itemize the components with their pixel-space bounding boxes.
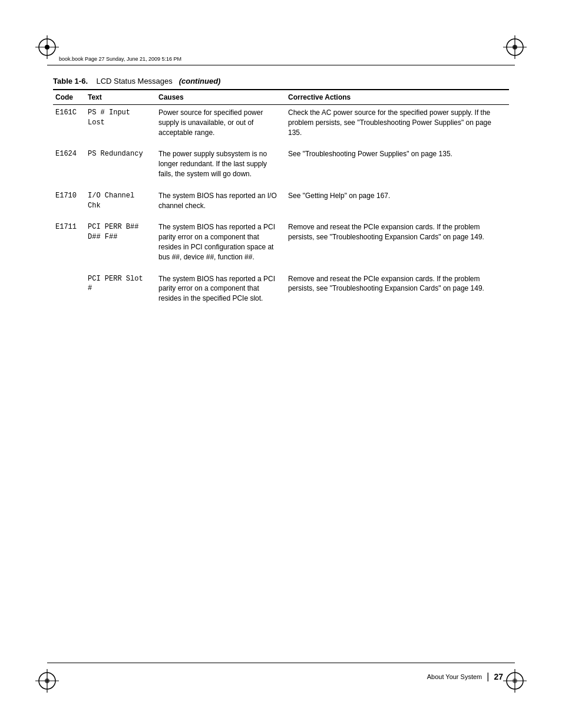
corner-mark-bl xyxy=(35,669,59,693)
footer-page-number: 27 xyxy=(494,672,503,681)
row-code: E161C xyxy=(53,105,85,141)
row-code: E1710 xyxy=(53,188,85,214)
corner-mark-tr xyxy=(503,35,527,59)
table-row: E161C PS # InputLost Power source for sp… xyxy=(53,105,509,141)
row-causes: The system BIOS has reported a PCI parit… xyxy=(156,271,286,307)
footer-rule xyxy=(47,663,515,663)
table-name: LCD Status Messages xyxy=(96,77,172,85)
footer-section-label: About Your System xyxy=(427,673,482,680)
corner-mark-tl xyxy=(35,35,59,59)
footer-separator: | xyxy=(487,671,489,682)
row-causes: The power supply subsystem is no longer … xyxy=(156,146,286,182)
row-text: PS Redundancy xyxy=(85,146,156,182)
lcd-status-table: Code Text Causes Corrective Actions E161… xyxy=(53,89,509,307)
row-causes: The system BIOS has reported an I/O chan… xyxy=(156,188,286,214)
col-header-code: Code xyxy=(53,90,85,105)
page: book.book Page 27 Sunday, June 21, 2009 … xyxy=(0,0,562,728)
header-rule xyxy=(47,65,515,65)
row-corrective: Remove and reseat the PCIe expansion car… xyxy=(286,219,509,265)
table-row: PCI PERR Slot# The system BIOS has repor… xyxy=(53,271,509,307)
row-text: PCI PERR B##D## F## xyxy=(85,219,156,265)
footer: About Your System | 27 xyxy=(427,671,503,682)
corner-mark-br xyxy=(503,669,527,693)
row-corrective: See "Troubleshooting Power Supplies" on … xyxy=(286,146,509,182)
col-header-causes: Causes xyxy=(156,90,286,105)
table-title: Table 1-6. LCD Status Messages (continue… xyxy=(53,77,509,85)
table-row: E1710 I/O ChannelChk The system BIOS has… xyxy=(53,188,509,214)
row-spacer xyxy=(53,182,509,188)
table-continued: (continued) xyxy=(179,77,221,85)
row-spacer xyxy=(53,213,509,219)
row-corrective: Check the AC power source for the specif… xyxy=(286,105,509,141)
row-causes: Power source for specified power supply … xyxy=(156,105,286,141)
main-content: Table 1-6. LCD Status Messages (continue… xyxy=(53,77,509,657)
row-causes: The system BIOS has reported a PCI parit… xyxy=(156,219,286,265)
col-header-corrective: Corrective Actions xyxy=(286,90,509,105)
row-code: E1711 xyxy=(53,219,85,265)
row-code xyxy=(53,271,85,307)
row-text: PS # InputLost xyxy=(85,105,156,141)
row-text: PCI PERR Slot# xyxy=(85,271,156,307)
header-text: book.book Page 27 Sunday, June 21, 2009 … xyxy=(59,56,181,62)
row-corrective: See "Getting Help" on page 167. xyxy=(286,188,509,214)
row-text: I/O ChannelChk xyxy=(85,188,156,214)
col-header-text: Text xyxy=(85,90,156,105)
row-corrective: Remove and reseat the PCIe expansion car… xyxy=(286,271,509,307)
table-row: E1711 PCI PERR B##D## F## The system BIO… xyxy=(53,219,509,265)
table-label: Table 1-6. xyxy=(53,77,88,85)
table-header-row: Code Text Causes Corrective Actions xyxy=(53,90,509,105)
table-row: E1624 PS Redundancy The power supply sub… xyxy=(53,146,509,182)
row-spacer xyxy=(53,140,509,146)
row-spacer xyxy=(53,265,509,271)
row-code: E1624 xyxy=(53,146,85,182)
